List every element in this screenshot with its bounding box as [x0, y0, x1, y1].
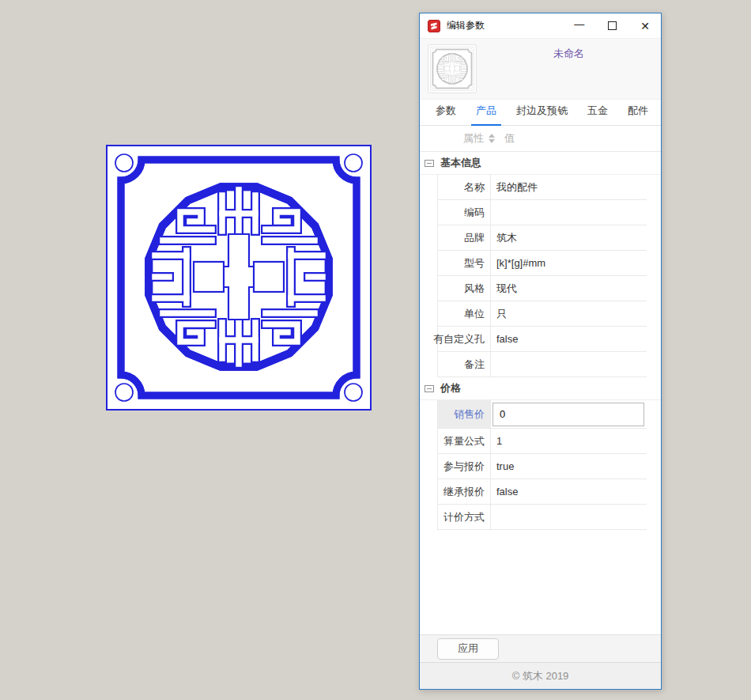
row-label: 备注 — [438, 352, 491, 376]
collapse-icon[interactable] — [425, 160, 434, 167]
row-value[interactable]: false — [491, 486, 647, 498]
row-label: 继承报价 — [438, 479, 491, 504]
row-label: 名称 — [438, 175, 491, 199]
grid-header-attribute: 属性 — [463, 131, 484, 146]
row-value[interactable]: true — [491, 460, 647, 472]
component-preview-strip: 未命名 — [420, 39, 661, 100]
row-value[interactable]: 现代 — [491, 282, 647, 296]
row-model: 型号 [k]*[g]#mm — [438, 251, 647, 276]
tab-parameters[interactable]: 参数 — [434, 104, 458, 125]
row-value[interactable]: false — [491, 333, 647, 345]
sketchup-logo-icon — [428, 20, 440, 32]
row-label: 品牌 — [438, 225, 491, 250]
row-label: 参与报价 — [438, 454, 491, 479]
minimize-icon[interactable]: — — [574, 19, 584, 29]
maximize-icon[interactable] — [608, 21, 617, 30]
row-value[interactable]: 1 — [491, 435, 647, 447]
longevity-pattern-thumbnail-icon — [430, 47, 474, 91]
tab-edgeband-premill[interactable]: 封边及预铣 — [515, 104, 569, 125]
section-title: 价格 — [440, 381, 461, 395]
row-value[interactable]: 我的配件 — [491, 180, 647, 195]
tab-product[interactable]: 产品 — [474, 104, 498, 125]
basic-info-rows: 名称 我的配件 编码 品牌 筑木 型号 [k]*[g]#mm 风格 现代 单位 … — [437, 175, 647, 377]
row-sale-price: 销售价 — [438, 400, 647, 429]
row-label: 计价方式 — [438, 505, 491, 529]
tabbar: 参数 产品 封边及预铣 五金 配件 — [420, 100, 661, 126]
tab-accessories[interactable]: 配件 — [626, 104, 650, 125]
row-label: 型号 — [438, 251, 491, 275]
row-quantity-formula: 算量公式 1 — [438, 429, 647, 454]
price-rows: 销售价 算量公式 1 参与报价 true 继承报价 false 计价方式 — [437, 400, 647, 530]
row-label: 算量公式 — [438, 429, 491, 453]
close-icon[interactable]: ✕ — [640, 21, 650, 32]
titlebar[interactable]: 编辑参数 — ✕ — [420, 13, 661, 39]
apply-button[interactable]: 应用 — [437, 638, 499, 660]
row-value[interactable]: 筑木 — [491, 231, 647, 245]
row-value[interactable]: 只 — [491, 307, 647, 321]
tab-hardware[interactable]: 五金 — [586, 104, 609, 125]
row-name: 名称 我的配件 — [438, 175, 647, 200]
sort-icon[interactable] — [489, 134, 495, 143]
row-remark: 备注 — [438, 352, 647, 377]
collapse-icon[interactable] — [425, 385, 434, 392]
grid-header: 属性 值 — [420, 126, 661, 152]
row-unit: 单位 只 — [438, 301, 647, 327]
row-inherit-quote: 继承报价 false — [438, 479, 647, 505]
section-title: 基本信息 — [440, 156, 481, 170]
grid-header-value: 值 — [504, 131, 515, 146]
row-join-quote: 参与报价 true — [438, 454, 647, 479]
edit-parameters-dialog: 编辑参数 — ✕ 未命名 参数 产品 封边及预铣 五金 配件 属性 值 基本信息… — [419, 13, 662, 690]
action-bar: 应用 — [420, 634, 661, 662]
row-style: 风格 现代 — [438, 276, 647, 301]
row-pricing-method: 计价方式 — [438, 505, 647, 530]
row-code: 编码 — [438, 200, 647, 225]
row-label: 编码 — [438, 200, 491, 225]
row-label: 销售价 — [438, 400, 491, 428]
row-brand: 品牌 筑木 — [438, 225, 647, 251]
component-thumbnail[interactable] — [428, 44, 477, 93]
row-custom-hole: 有自定义孔 false — [438, 327, 647, 352]
footer-copyright: © 筑木 2019 — [420, 662, 661, 689]
window-title: 编辑参数 — [447, 19, 574, 32]
component-name: 未命名 — [477, 47, 661, 61]
section-price: 价格 — [420, 377, 661, 400]
row-label: 风格 — [438, 276, 491, 301]
row-value[interactable]: [k]*[g]#mm — [491, 257, 647, 269]
row-label: 单位 — [438, 301, 491, 326]
cad-drawing-panel-component[interactable] — [104, 143, 373, 412]
longevity-pattern-drawing — [104, 143, 373, 412]
sale-price-input[interactable] — [492, 403, 644, 426]
row-label: 有自定义孔 — [438, 327, 491, 351]
section-basic-info: 基本信息 — [420, 152, 661, 175]
